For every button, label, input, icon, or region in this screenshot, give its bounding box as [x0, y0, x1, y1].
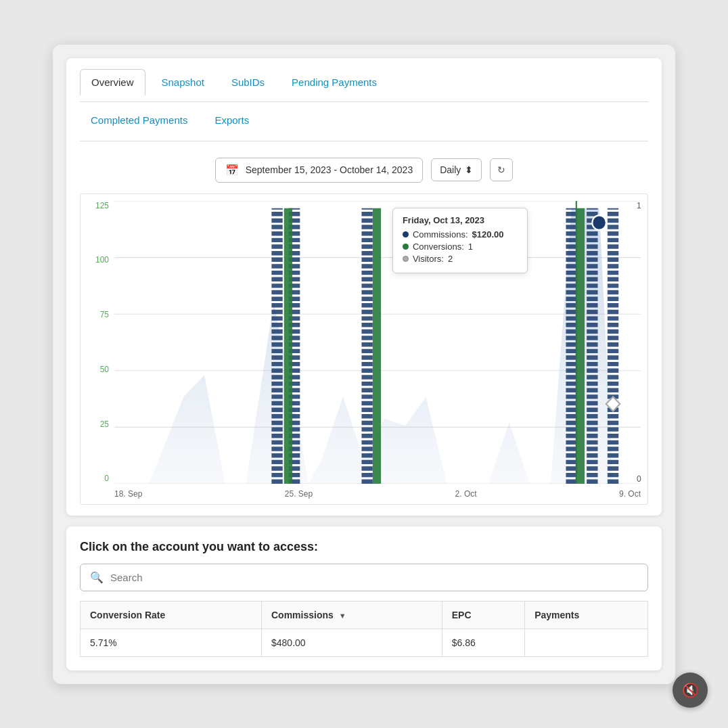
svg-point-17 — [592, 215, 606, 229]
chart-wrapper: 125 100 75 50 25 0 — [80, 194, 648, 505]
search-icon: 🔍 — [90, 571, 104, 584]
chart-container: 125 100 75 50 25 0 — [66, 194, 662, 516]
chevron-down-icon: ⬍ — [465, 164, 473, 175]
tab-divider-1 — [80, 101, 648, 102]
y-axis-left: 125 100 75 50 25 0 — [81, 201, 114, 484]
svg-rect-15 — [576, 208, 585, 483]
x-label-25sep: 25. Sep — [285, 489, 313, 499]
conversions-dot — [403, 244, 409, 250]
td-epc: $6.86 — [442, 629, 524, 656]
x-label-9oct: 9. Oct — [619, 489, 641, 499]
y-label-50: 50 — [100, 365, 109, 374]
y-label-25: 25 — [100, 419, 109, 429]
td-payments — [525, 629, 648, 656]
y-label-right-1: 1 — [637, 201, 641, 210]
chart-tooltip: Friday, Oct 13, 2023 Commissions: $120.0… — [392, 208, 528, 273]
y-label-125: 125 — [95, 201, 109, 210]
date-range-label: September 15, 2023 - October 14, 2023 — [246, 164, 413, 175]
date-bar: 📅 September 15, 2023 - October 14, 2023 … — [66, 147, 662, 194]
tooltip-visitors-value: 2 — [448, 254, 453, 264]
tab-overview[interactable]: Overview — [80, 69, 145, 96]
table-header-row: Conversion Rate Commissions ▼ EPC Paymen… — [81, 601, 648, 629]
th-payments: Payments — [525, 601, 648, 629]
access-title: Click on the account you want to access: — [80, 540, 648, 554]
mute-button[interactable]: 🔇 — [673, 673, 708, 708]
sort-icon: ▼ — [339, 612, 346, 620]
tooltip-visitors-row: Visitors: 2 — [403, 254, 518, 264]
mute-icon: 🔇 — [682, 682, 699, 698]
y-label-75: 75 — [100, 310, 109, 319]
tooltip-conversions-row: Conversions: 1 — [403, 242, 518, 252]
search-input[interactable] — [110, 572, 638, 583]
th-commissions[interactable]: Commissions ▼ — [262, 601, 442, 629]
commissions-dot — [403, 231, 409, 237]
interval-label: Daily — [440, 164, 461, 175]
y-axis-right: 1 0 — [634, 201, 654, 484]
td-commissions: $480.00 — [262, 629, 442, 656]
refresh-button[interactable]: ↻ — [490, 158, 513, 181]
th-commissions-label: Commissions — [271, 610, 334, 620]
tab-snapshot[interactable]: Snapshot — [151, 70, 215, 95]
table-row[interactable]: 5.71% $480.00 $6.86 — [81, 629, 648, 656]
tooltip-conversions-label: Conversions: — [413, 242, 464, 252]
tabs-row-1: Overview Snapshot SubIDs Pending Payment… — [80, 69, 648, 96]
th-epc: EPC — [442, 601, 524, 629]
y-label-right-0: 0 — [637, 474, 641, 484]
tab-exports[interactable]: Exports — [204, 108, 260, 133]
tab-subids[interactable]: SubIDs — [221, 70, 275, 95]
tooltip-conversions-value: 1 — [468, 242, 473, 252]
tooltip-visitors-label: Visitors: — [413, 254, 444, 264]
td-conversion-rate: 5.71% — [81, 629, 262, 656]
date-range-selector[interactable]: 📅 September 15, 2023 - October 14, 2023 — [215, 158, 424, 183]
tab-completed-payments[interactable]: Completed Payments — [80, 108, 198, 133]
chart-svg — [114, 201, 641, 484]
tabs-row-2: Completed Payments Exports — [80, 108, 648, 141]
x-axis: 18. Sep 25. Sep 2. Oct 9. Oct — [114, 486, 641, 499]
svg-rect-13 — [284, 208, 292, 483]
y-label-100: 100 — [95, 255, 109, 265]
calendar-icon: 📅 — [225, 164, 239, 177]
x-label-18sep: 18. Sep — [114, 489, 142, 499]
tooltip-commissions-label: Commissions: — [413, 229, 468, 240]
interval-select[interactable]: Daily ⬍ — [431, 158, 482, 181]
y-label-0: 0 — [104, 474, 109, 483]
bottom-card: Click on the account you want to access:… — [66, 526, 662, 670]
x-label-2oct: 2. Oct — [455, 489, 477, 499]
search-bar[interactable]: 🔍 — [80, 564, 648, 591]
svg-rect-14 — [373, 208, 381, 483]
tooltip-title: Friday, Oct 13, 2023 — [403, 215, 518, 225]
tab-divider-2 — [80, 141, 648, 141]
accounts-table: Conversion Rate Commissions ▼ EPC Paymen… — [80, 601, 648, 657]
th-conversion-rate: Conversion Rate — [81, 601, 262, 629]
tab-pending-payments[interactable]: Pending Payments — [281, 70, 388, 95]
tooltip-commissions-row: Commissions: $120.00 — [403, 229, 518, 240]
visitors-dot — [403, 256, 409, 262]
tooltip-commissions-value: $120.00 — [472, 229, 504, 240]
